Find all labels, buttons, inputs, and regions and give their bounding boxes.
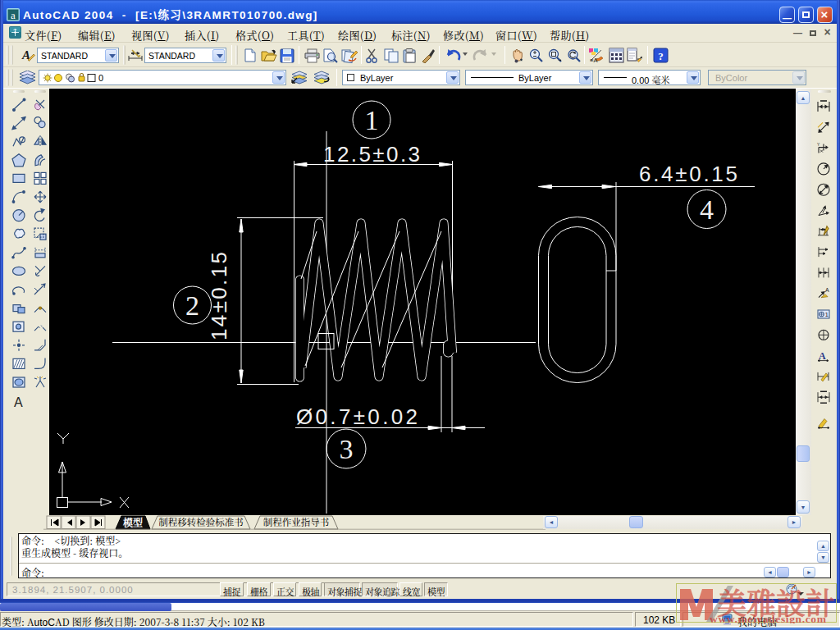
svg-text:14±0.15: 14±0.15 — [207, 252, 231, 340]
svg-text:3: 3 — [340, 434, 354, 464]
svg-text:A: A — [825, 287, 829, 293]
svg-text:模型: 模型 — [123, 515, 143, 529]
svg-text:制程作业指导书: 制程作业指导书 — [263, 515, 330, 528]
svg-text:a: a — [11, 9, 16, 21]
svg-text:Y: Y — [817, 142, 820, 147]
svg-text:A: A — [14, 395, 23, 409]
svg-text:2: 2 — [185, 290, 199, 321]
svg-text:?: ? — [658, 50, 664, 62]
svg-text:1: 1 — [825, 311, 829, 318]
svg-text:Ø0.7±0.02: Ø0.7±0.02 — [296, 404, 418, 429]
svg-text:12.5±0.3: 12.5±0.3 — [323, 142, 420, 167]
svg-text:4: 4 — [700, 194, 714, 225]
svg-text:6.4±0.15: 6.4±0.15 — [639, 162, 737, 186]
svg-text:≡A: ≡A — [590, 57, 597, 64]
svg-text:制程移转检验标准书: 制程移转检验标准书 — [158, 515, 244, 528]
svg-text:1: 1 — [365, 105, 379, 135]
svg-text:www.meiyadesign.com: www.meiyadesign.com — [710, 613, 827, 624]
